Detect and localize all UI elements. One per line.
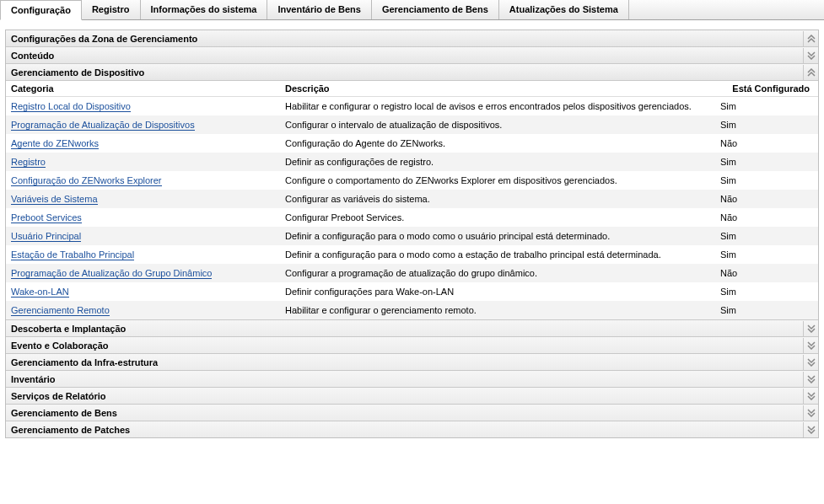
category-link[interactable]: Registro (11, 157, 46, 168)
row-configured: Sim (720, 101, 813, 111)
category-link[interactable]: Gerenciamento Remoto (11, 305, 110, 316)
collapsed-section-title: Gerenciamento de Bens (11, 408, 117, 418)
category-link[interactable]: Configuração do ZENworks Explorer (11, 175, 162, 186)
row-configured: Sim (720, 120, 813, 130)
section-device-mgmt-title: Gerenciamento de Dispositivo (11, 67, 144, 78)
table-row: Variáveis de SistemaConfigurar as variáv… (6, 190, 818, 208)
category-link[interactable]: Estação de Trabalho Principal (11, 249, 134, 260)
row-description: Habilitar e configurar o gerenciamento r… (285, 305, 720, 315)
section-content-title: Conteúdo (11, 51, 54, 61)
category-link[interactable]: Agente do ZENworks (11, 138, 99, 149)
table-row: Registro Local do DispositivoHabilitar e… (6, 97, 818, 115)
row-description: Definir a configuração para o modo como … (285, 231, 720, 241)
col-description: Descrição (285, 83, 720, 94)
row-configured: Não (720, 212, 813, 223)
column-headers: Categoria Descrição Está Configurado (6, 81, 818, 97)
category-link[interactable]: Wake-on-LAN (11, 287, 69, 298)
row-configured: Sim (720, 249, 813, 260)
section-zone-title: Configurações da Zona de Gerenciamento (11, 34, 197, 44)
table-row: Agente do ZENworksConfiguração do Agente… (6, 134, 818, 153)
row-description: Configurar Preboot Services. (285, 212, 720, 223)
section-zone-header[interactable]: Configurações da Zona de Gerenciamento (6, 30, 818, 47)
category-link[interactable]: Variáveis de Sistema (11, 194, 98, 205)
tab-registro[interactable]: Registro (82, 0, 141, 19)
row-description: Habilitar e configurar o registro local … (285, 101, 720, 111)
collapsed-section-title: Evento e Colaboração (11, 340, 109, 351)
collapsed-section-header[interactable]: Descoberta e Implantação (6, 319, 818, 336)
collapsed-section-title: Inventário (11, 374, 56, 384)
main-panel: Configurações da Zona de Gerenciamento C… (5, 29, 819, 438)
settings-table-body: Registro Local do DispositivoHabilitar e… (6, 97, 818, 319)
row-description: Configurar a programação de atualização … (285, 268, 720, 278)
row-configured: Não (720, 194, 813, 204)
row-description: Configuração do Agente do ZENworks. (285, 138, 720, 148)
tab-atualizacoes-sistema[interactable]: Atualizações do Sistema (499, 0, 629, 19)
row-configured: Sim (720, 305, 813, 315)
collapsed-section-header[interactable]: Evento e Colaboração (6, 336, 818, 353)
expand-icon[interactable] (803, 389, 818, 404)
table-row: Usuário PrincipalDefinir a configuração … (6, 227, 818, 245)
expand-icon[interactable] (803, 338, 818, 353)
collapsed-section-header[interactable]: Serviços de Relatório (6, 387, 818, 404)
category-link[interactable]: Preboot Services (11, 212, 82, 223)
collapsed-section-header[interactable]: Gerenciamento de Bens (6, 404, 818, 421)
row-description: Definir configurações para Wake-on-LAN (285, 287, 720, 297)
collapsed-section-header[interactable]: Inventário (6, 370, 818, 387)
expand-icon[interactable] (803, 422, 818, 437)
tab-gerenciamento-bens[interactable]: Gerenciamento de Bens (372, 0, 499, 19)
collapsed-section-title: Serviços de Relatório (11, 391, 106, 401)
row-description: Definir a configuração para o modo como … (285, 249, 720, 260)
table-row: RegistroDefinir as configurações de regi… (6, 153, 818, 171)
collapsed-section-title: Gerenciamento da Infra-estrutura (11, 357, 158, 367)
table-row: Estação de Trabalho PrincipalDefinir a c… (6, 245, 818, 264)
collapse-icon[interactable] (803, 31, 818, 46)
category-link[interactable]: Registro Local do Dispositivo (11, 101, 131, 112)
expand-icon[interactable] (803, 321, 818, 336)
collapsed-section-title: Gerenciamento de Patches (11, 425, 130, 435)
tab-configuracao[interactable]: Configuração (0, 0, 82, 20)
expand-icon[interactable] (803, 405, 818, 421)
table-row: Wake-on-LANDefinir configurações para Wa… (6, 282, 818, 301)
table-row: Preboot ServicesConfigurar Preboot Servi… (6, 208, 818, 227)
collapse-icon[interactable] (803, 65, 818, 80)
row-configured: Sim (720, 157, 813, 167)
col-configured: Está Configurado (720, 83, 813, 94)
table-row: Programação de Atualização de Dispositiv… (6, 115, 818, 134)
row-description: Configurar o intervalo de atualização de… (285, 120, 720, 130)
row-description: Definir as configurações de registro. (285, 157, 720, 167)
category-link[interactable]: Programação de Atualização do Grupo Dinâ… (11, 268, 212, 279)
row-description: Configure o comportamento do ZENworks Ex… (285, 175, 720, 185)
row-description: Configurar as variáveis do sistema. (285, 194, 720, 204)
collapsed-section-header[interactable]: Gerenciamento da Infra-estrutura (6, 353, 818, 370)
category-link[interactable]: Programação de Atualização de Dispositiv… (11, 120, 195, 131)
collapsed-section-header[interactable]: Gerenciamento de Patches (6, 421, 818, 437)
table-row: Programação de Atualização do Grupo Dinâ… (6, 264, 818, 282)
tab-informacoes-sistema[interactable]: Informações do sistema (141, 0, 268, 19)
collapsed-sections: Descoberta e ImplantaçãoEvento e Colabor… (6, 319, 818, 437)
row-configured: Sim (720, 231, 813, 241)
expand-icon[interactable] (803, 48, 818, 63)
table-row: Gerenciamento RemotoHabilitar e configur… (6, 301, 818, 319)
collapsed-section-title: Descoberta e Implantação (11, 324, 126, 334)
table-row: Configuração do ZENworks ExplorerConfigu… (6, 171, 818, 190)
expand-icon[interactable] (803, 355, 818, 370)
category-link[interactable]: Usuário Principal (11, 231, 81, 242)
tab-inventario-bens[interactable]: Inventário de Bens (267, 0, 371, 19)
row-configured: Não (720, 268, 813, 278)
col-category: Categoria (11, 83, 285, 94)
row-configured: Sim (720, 175, 813, 185)
tabs-bar: Configuração Registro Informações do sis… (0, 0, 824, 20)
row-configured: Sim (720, 287, 813, 297)
expand-icon[interactable] (803, 372, 818, 387)
section-device-mgmt-header[interactable]: Gerenciamento de Dispositivo (6, 64, 818, 81)
section-content-header[interactable]: Conteúdo (6, 47, 818, 64)
row-configured: Não (720, 138, 813, 148)
